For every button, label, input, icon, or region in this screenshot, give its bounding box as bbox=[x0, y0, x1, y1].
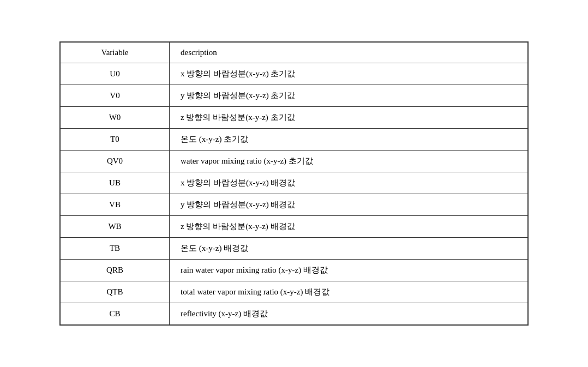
description-cell: water vapor mixing ratio (x-y-z) 초기값 bbox=[170, 151, 528, 172]
table-row: U0x 방향의 바람성분(x-y-z) 초기값 bbox=[61, 63, 528, 85]
description-cell: 온도 (x-y-z) 배경값 bbox=[170, 238, 528, 260]
description-cell: z 방향의 바람성분(x-y-z) 배경값 bbox=[170, 216, 528, 238]
table-header-row: Variable description bbox=[61, 43, 528, 63]
table-row: TB온도 (x-y-z) 배경값 bbox=[61, 238, 528, 260]
table-row: VBy 방향의 바람성분(x-y-z) 배경값 bbox=[61, 194, 528, 216]
description-column-header: description bbox=[170, 43, 528, 63]
table-row: V0y 방향의 바람성분(x-y-z) 초기값 bbox=[61, 85, 528, 107]
description-cell: rain water vapor mixing ratio (x-y-z) 배경… bbox=[170, 260, 528, 281]
variable-cell: V0 bbox=[61, 85, 170, 107]
description-cell: 온도 (x-y-z) 초기값 bbox=[170, 129, 528, 151]
table-row: WBz 방향의 바람성분(x-y-z) 배경값 bbox=[61, 216, 528, 238]
description-cell: z 방향의 바람성분(x-y-z) 초기값 bbox=[170, 107, 528, 129]
table-row: QRBrain water vapor mixing ratio (x-y-z)… bbox=[61, 260, 528, 281]
description-cell: reflectivity (x-y-z) 배경값 bbox=[170, 303, 528, 325]
table-row: W0z 방향의 바람성분(x-y-z) 초기값 bbox=[61, 107, 528, 129]
description-cell: x 방향의 바람성분(x-y-z) 초기값 bbox=[170, 63, 528, 85]
description-cell: y 방향의 바람성분(x-y-z) 배경값 bbox=[170, 194, 528, 216]
variable-cell: T0 bbox=[61, 129, 170, 151]
description-cell: y 방향의 바람성분(x-y-z) 초기값 bbox=[170, 85, 528, 107]
variable-cell: U0 bbox=[61, 63, 170, 85]
variable-cell: QRB bbox=[61, 260, 170, 281]
variable-cell: UB bbox=[61, 172, 170, 194]
variable-cell: W0 bbox=[61, 107, 170, 129]
variable-cell: QV0 bbox=[61, 151, 170, 172]
table-row: T0온도 (x-y-z) 초기값 bbox=[61, 129, 528, 151]
main-table-container: Variable description U0x 방향의 바람성분(x-y-z)… bbox=[59, 41, 529, 326]
variable-cell: CB bbox=[61, 303, 170, 325]
variable-cell: WB bbox=[61, 216, 170, 238]
variable-cell: QTB bbox=[61, 281, 170, 303]
variables-table: Variable description U0x 방향의 바람성분(x-y-z)… bbox=[60, 42, 528, 325]
variable-column-header: Variable bbox=[61, 43, 170, 63]
table-row: CBreflectivity (x-y-z) 배경값 bbox=[61, 303, 528, 325]
variable-cell: VB bbox=[61, 194, 170, 216]
table-row: UBx 방향의 바람성분(x-y-z) 배경값 bbox=[61, 172, 528, 194]
table-row: QTBtotal water vapor mixing ratio (x-y-z… bbox=[61, 281, 528, 303]
variable-cell: TB bbox=[61, 238, 170, 260]
description-cell: total water vapor mixing ratio (x-y-z) 배… bbox=[170, 281, 528, 303]
table-row: QV0water vapor mixing ratio (x-y-z) 초기값 bbox=[61, 151, 528, 172]
description-cell: x 방향의 바람성분(x-y-z) 배경값 bbox=[170, 172, 528, 194]
